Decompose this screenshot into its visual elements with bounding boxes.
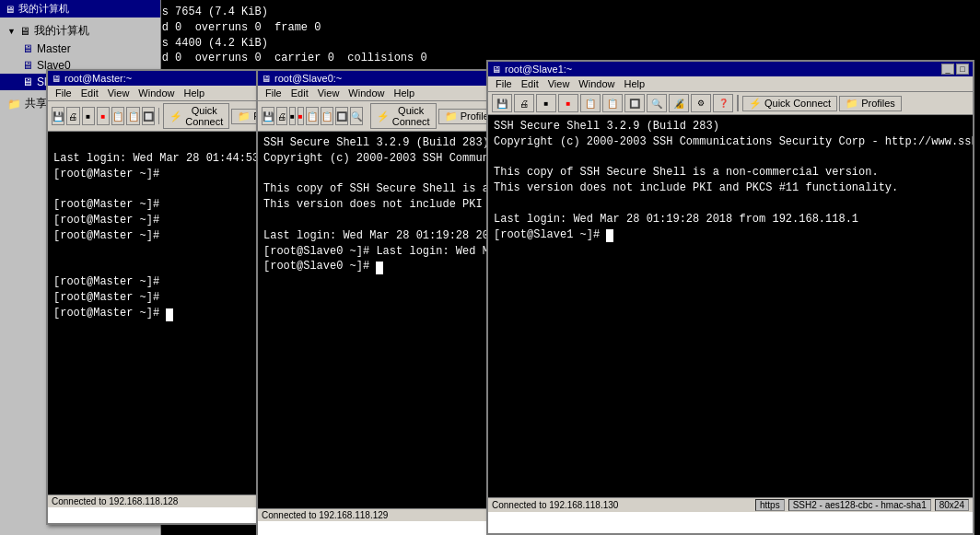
slave1-status-cipher: SSH2 - aes128-cbc - hmac-sha1 bbox=[788, 499, 931, 511]
master-tb-btn5[interactable]: 🔲 bbox=[142, 107, 155, 125]
slave1-tb-save[interactable]: 💾 bbox=[492, 94, 512, 112]
quick-connect-icon: ⚡ bbox=[169, 110, 182, 122]
tree-item-master[interactable]: 🖥 Master bbox=[0, 41, 160, 57]
master-menu-window[interactable]: Window bbox=[134, 87, 178, 99]
slave0-status-bar: Connected to 192.168.118.129 bbox=[258, 508, 503, 521]
window-slave1: 🖥 root@Slave1:~ _ □ File Edit View Windo… bbox=[486, 60, 974, 535]
master-tb-sep bbox=[158, 108, 159, 124]
slave0-titlebar[interactable]: 🖥 root@Slave0:~ bbox=[258, 71, 503, 86]
slave0-qc-icon: ⚡ bbox=[377, 110, 390, 122]
slave1-line-2 bbox=[494, 150, 967, 166]
slave0-menu-file[interactable]: File bbox=[262, 87, 286, 99]
slave0-tb-btn1[interactable]: ■ bbox=[289, 107, 296, 125]
slave1-tb-btn8[interactable]: ⚙ bbox=[691, 94, 711, 112]
master-quick-connect[interactable]: ⚡ Quick Connect bbox=[163, 103, 229, 129]
master-menu-view[interactable]: View bbox=[104, 87, 134, 99]
master-tb-save[interactable]: 💾 bbox=[52, 107, 64, 125]
slave1-status-bar: Connected to 192.168.118.130 https SSH2 … bbox=[488, 497, 973, 512]
slave1-menu-file[interactable]: File bbox=[492, 77, 516, 90]
slave1-tb-btn3[interactable]: 📋 bbox=[580, 94, 601, 112]
slave1-menu-view[interactable]: View bbox=[544, 77, 574, 90]
slave0-title-left: 🖥 root@Slave0:~ bbox=[262, 73, 342, 84]
slave1-menu-edit[interactable]: Edit bbox=[518, 77, 542, 90]
master-title-left: 🖥 root@Master:~ bbox=[52, 73, 132, 84]
slave1-profiles[interactable]: 📁 Profiles bbox=[839, 96, 902, 111]
sidebar-title: 🖥 我的计算机 bbox=[0, 0, 160, 17]
slave1-tb-btn7[interactable]: 🔏 bbox=[669, 94, 689, 112]
slave1-line-6: Last login: Wed Mar 28 01:19:28 2018 fro… bbox=[494, 212, 967, 227]
slave0-line-6: Last login: Wed Mar 28 01:19:28 201 bbox=[263, 228, 497, 244]
slave0-menu-help[interactable]: Help bbox=[390, 87, 418, 99]
master-menu-help[interactable]: Help bbox=[180, 87, 208, 99]
slave1-tb-btn6[interactable]: 🔍 bbox=[647, 94, 667, 112]
slave1-menu-help[interactable]: Help bbox=[620, 77, 648, 90]
slave0-menu-edit[interactable]: Edit bbox=[287, 87, 312, 99]
slave0-menu-view[interactable]: View bbox=[314, 87, 344, 99]
slave1-menu-window[interactable]: Window bbox=[575, 77, 618, 90]
slave0-line-7: [root@Slave0 ~]# Last login: Wed Ma bbox=[263, 244, 497, 260]
slave1-tb-btn9[interactable]: ❓ bbox=[713, 94, 733, 112]
slave1-tb-btn1[interactable]: ■ bbox=[536, 94, 556, 112]
slave1-line-1: Copyright (c) 2000-2003 SSH Communicatio… bbox=[494, 134, 967, 150]
monitor-icon-slave1: 🖥 bbox=[22, 76, 33, 88]
slave1-tb-sep bbox=[737, 95, 739, 111]
slave0-line-8: [root@Slave0 ~]# bbox=[263, 259, 497, 274]
slave0-tb-btn3[interactable]: 📋 bbox=[306, 107, 319, 125]
slave1-tb-btn4[interactable]: 📋 bbox=[602, 94, 623, 112]
slave1-tb-btn2[interactable]: ■ bbox=[558, 94, 578, 112]
tree-root: ▼ 🖥 我的计算机 bbox=[0, 21, 160, 41]
minimize-button[interactable]: _ bbox=[941, 64, 954, 75]
master-title-icon: 🖥 bbox=[52, 74, 61, 84]
slave1-menubar: File Edit View Window Help bbox=[488, 76, 973, 92]
root-computer-icon: 🖥 bbox=[19, 25, 30, 38]
slave1-status-https: https bbox=[755, 499, 785, 511]
master-menu-edit[interactable]: Edit bbox=[77, 87, 102, 99]
master-title-text: root@Master:~ bbox=[64, 73, 132, 84]
slave1-line-3: This copy of SSH Secure Shell is a non-c… bbox=[494, 165, 967, 180]
slave0-status-text: Connected to 192.168.118.129 bbox=[262, 510, 388, 520]
slave0-line-4: This version does not include PKI a bbox=[263, 197, 497, 213]
slave0-tb-btn5[interactable]: 🔲 bbox=[335, 107, 348, 125]
slave0-tb-btn4[interactable]: 📋 bbox=[321, 107, 333, 125]
slave1-title-left: 🖥 root@Slave1:~ bbox=[492, 64, 572, 75]
slave1-terminal[interactable]: SSH Secure Shell 3.2.9 (Build 283) Copyr… bbox=[488, 115, 973, 497]
slave0-quick-connect[interactable]: ⚡ Quick Connect bbox=[370, 103, 437, 129]
slave1-status-right: https SSH2 - aes128-cbc - hmac-sha1 80x2… bbox=[755, 499, 969, 511]
folder-icon-shared: 📁 bbox=[7, 98, 21, 110]
slave0-profiles-icon: 📁 bbox=[445, 110, 458, 122]
slave0-tb-btn6[interactable]: 🔍 bbox=[350, 107, 363, 125]
slave1-title-icon: 🖥 bbox=[492, 64, 501, 75]
slave1-line-0: SSH Secure Shell 3.2.9 (Build 283) bbox=[494, 119, 967, 134]
maximize-button[interactable]: □ bbox=[956, 64, 969, 75]
slave1-titlebar[interactable]: 🖥 root@Slave1:~ _ □ bbox=[488, 62, 973, 76]
slave1-tb-print[interactable]: 🖨 bbox=[514, 94, 534, 112]
slave0-line-5 bbox=[263, 213, 497, 228]
slave0-tb-print[interactable]: 🖨 bbox=[276, 107, 287, 125]
master-tb-btn1[interactable]: ■ bbox=[82, 107, 95, 125]
slave0-line-0: SSH Secure Shell 3.2.9 (Build 283) bbox=[263, 135, 497, 151]
master-tb-print[interactable]: 🖨 bbox=[66, 107, 79, 125]
master-tb-btn4[interactable]: 📋 bbox=[126, 107, 139, 125]
slave0-line-2 bbox=[263, 167, 497, 182]
master-tb-btn2[interactable]: ■ bbox=[97, 107, 110, 125]
slave1-tb-btn5[interactable]: 🔲 bbox=[624, 94, 645, 112]
slave0-title-icon: 🖥 bbox=[262, 74, 271, 84]
slave1-quick-connect[interactable]: ⚡ Quick Connect bbox=[742, 96, 837, 111]
master-tb-btn3[interactable]: 📋 bbox=[111, 107, 124, 125]
master-status-text: Connected to 192.168.118.128 bbox=[52, 496, 178, 506]
slave0-line-1: Copyright (c) 2000-2003 SSH Communi bbox=[263, 151, 497, 167]
master-menu-file[interactable]: File bbox=[52, 87, 76, 99]
slave0-menubar: File Edit View Window Help bbox=[258, 86, 503, 101]
slave1-line-7: [root@Slave1 ~]# bbox=[494, 227, 967, 243]
profiles-icon: 📁 bbox=[238, 110, 251, 122]
slave0-tb-btn2[interactable]: ■ bbox=[298, 107, 304, 125]
computer-icon: 🖥 bbox=[5, 4, 15, 15]
slave0-menu-window[interactable]: Window bbox=[344, 87, 388, 99]
slave1-qc-icon: ⚡ bbox=[749, 98, 762, 110]
slave1-line-4: This version does not include PKI and PK… bbox=[494, 180, 967, 196]
slave1-status-size: 80x24 bbox=[935, 499, 969, 511]
monitor-icon-master: 🖥 bbox=[22, 42, 33, 55]
slave0-tb-save[interactable]: 💾 bbox=[262, 107, 274, 125]
slave0-line-3: This copy of SSH Secure Shell is a bbox=[263, 181, 497, 197]
slave0-terminal[interactable]: SSH Secure Shell 3.2.9 (Build 283) Copyr… bbox=[258, 132, 503, 508]
